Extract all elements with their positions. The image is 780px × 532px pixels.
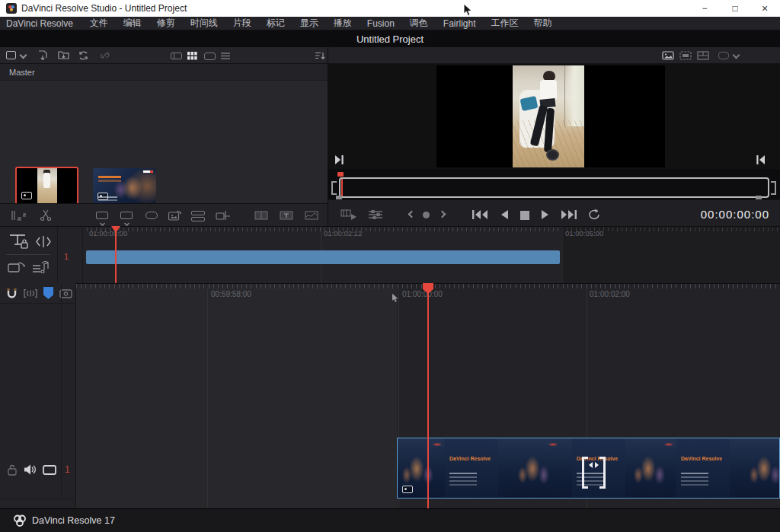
flag-icon[interactable]: [43, 287, 53, 299]
import-folder-icon[interactable]: [58, 50, 69, 60]
chevron-icon: [124, 221, 129, 226]
bin-list-toggle-icon[interactable]: [6, 51, 16, 59]
menu-file[interactable]: 文件: [82, 17, 116, 30]
bin-name[interactable]: Master: [9, 68, 35, 77]
sync-icon[interactable]: [78, 51, 89, 60]
go-to-end-icon[interactable]: [561, 209, 577, 220]
menu-timeline[interactable]: 时间线: [183, 17, 225, 30]
timeline-pre-roll: [76, 284, 397, 508]
trim-bracket-left[interactable]: [582, 457, 588, 489]
photo-person-shirt: [540, 80, 557, 100]
trim-bracket-right[interactable]: [599, 457, 606, 489]
jog-left-icon[interactable]: [408, 211, 416, 218]
still-clip-icon: [98, 193, 108, 200]
trim-tool-icon[interactable]: [35, 234, 52, 249]
menu-workspace[interactable]: 工作区: [484, 17, 526, 30]
lock-icon[interactable]: [8, 464, 17, 476]
transition-tool-icon[interactable]: [254, 211, 268, 220]
step-back-icon[interactable]: [499, 209, 510, 220]
viewer-header: YPOJIE.COM-1.jpg 00:00:05:00: [328, 47, 780, 64]
menu-fairlight[interactable]: Fairlight: [436, 18, 484, 29]
overview-ruler-label: 01:00:05:00: [565, 229, 603, 237]
minimize-button[interactable]: −: [689, 0, 720, 17]
mark-in-icon[interactable]: [334, 155, 344, 165]
menu-view[interactable]: 显示: [292, 17, 326, 30]
append-audio-icon[interactable]: [32, 260, 50, 273]
track-lock-tool-icon[interactable]: [9, 234, 29, 250]
menu-help[interactable]: 帮助: [526, 17, 560, 30]
loop-icon[interactable]: [587, 209, 601, 221]
davinci-logo: [12, 514, 27, 527]
jog-right-icon[interactable]: [439, 211, 446, 218]
viewer-scrubber[interactable]: [339, 177, 769, 198]
track-number: 1: [65, 464, 70, 475]
import-media-icon[interactable]: [38, 50, 48, 61]
menu-playback[interactable]: 播放: [326, 17, 360, 30]
source-tape-icon[interactable]: [679, 51, 692, 60]
chevron-down-icon[interactable]: [20, 52, 27, 59]
menu-davinci-resolve[interactable]: DaVinci Resolve: [6, 18, 82, 29]
append-icon[interactable]: [191, 211, 205, 215]
ripple-overwrite-icon[interactable]: [216, 210, 231, 221]
divider: [0, 499, 76, 499]
clip-thumb-image: [37, 168, 57, 203]
effect-tool-icon[interactable]: [305, 211, 318, 220]
in-bracket[interactable]: [331, 181, 337, 195]
aspect-box-icon[interactable]: [718, 52, 729, 59]
chevron-down-icon[interactable]: [733, 52, 740, 59]
viewer-image: [513, 65, 584, 167]
close-button[interactable]: ×: [750, 0, 780, 17]
menu-edit[interactable]: 编辑: [116, 17, 149, 30]
title-tool-icon[interactable]: [280, 211, 293, 220]
adjust-sliders-icon[interactable]: [369, 210, 384, 219]
smart-insert-icon[interactable]: [8, 260, 26, 273]
overwrite-clip-icon[interactable]: [120, 212, 133, 219]
relink-icon[interactable]: [98, 51, 110, 60]
timeline-clip[interactable]: DaVinci Resolve DaVinci Resolve DaVinci …: [397, 438, 780, 499]
overview-clip-bar[interactable]: [86, 250, 560, 264]
sort-icon[interactable]: [315, 52, 325, 60]
video-enable-icon[interactable]: [43, 465, 56, 475]
place-on-top-icon[interactable]: [168, 209, 182, 222]
timeline-playhead-line[interactable]: [427, 283, 429, 508]
photo-window: [564, 65, 584, 126]
clip-art-panel: DaVinci Resolve: [445, 439, 498, 497]
gridline: [207, 288, 208, 508]
snapping-magnet-icon[interactable]: [6, 288, 18, 299]
jog-dot-icon[interactable]: [423, 212, 430, 218]
clip-tools-icon[interactable]: [340, 209, 357, 220]
strip-view-icon[interactable]: [204, 53, 216, 60]
razor-icon[interactable]: [40, 209, 52, 221]
replace-clip-icon[interactable]: [145, 212, 158, 219]
clip-thumbnail-12png[interactable]: [93, 168, 156, 204]
clip-thumbnail-ypojie[interactable]: [15, 167, 78, 205]
list-view-icon[interactable]: [221, 53, 230, 59]
audio-mute-icon[interactable]: [24, 464, 37, 476]
stop-icon[interactable]: [520, 211, 529, 220]
menu-mark[interactable]: 标记: [259, 17, 292, 30]
play-icon[interactable]: [540, 209, 551, 220]
menu-trim[interactable]: 修剪: [149, 17, 183, 30]
media-pool-toolbar: [0, 47, 328, 64]
scrub-playhead-marker[interactable]: [337, 172, 344, 177]
image-view-icon[interactable]: [662, 51, 674, 60]
go-to-start-icon[interactable]: [472, 209, 488, 220]
menu-clip[interactable]: 片段: [225, 17, 259, 30]
overview-playhead-line[interactable]: [115, 226, 117, 283]
gutter-divider: [57, 227, 58, 283]
mouse-cursor: [463, 3, 473, 17]
thumbnail-view-icon[interactable]: [187, 52, 197, 60]
maximize-button[interactable]: □: [720, 0, 750, 17]
tools-menu-icon[interactable]: [11, 210, 30, 221]
overview-ruler-label: 01:00:02:12: [324, 229, 362, 237]
marker-jump-icon[interactable]: [24, 289, 37, 298]
multicam-icon[interactable]: [697, 51, 709, 60]
transport-bar: 00:00:00:00: [328, 199, 780, 226]
menu-fusion[interactable]: Fusion: [360, 18, 402, 29]
out-bracket[interactable]: [771, 181, 776, 195]
filmstrip-view-icon[interactable]: [171, 53, 182, 59]
timeline-gutter: 1: [0, 283, 76, 508]
menu-color[interactable]: 调色: [402, 17, 436, 30]
mark-out-icon[interactable]: [756, 155, 766, 165]
insert-clip-icon[interactable]: [96, 212, 108, 219]
